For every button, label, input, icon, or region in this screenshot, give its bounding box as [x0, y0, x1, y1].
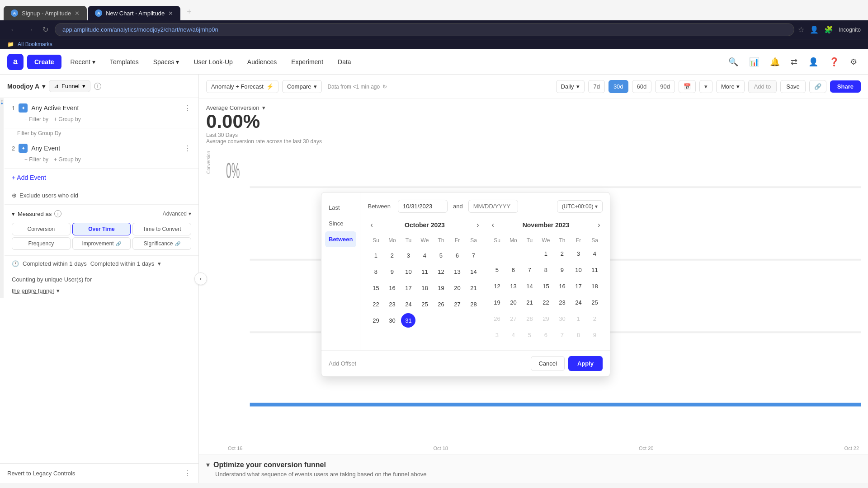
funnel-type-dropdown[interactable] — [57, 287, 60, 294]
event-2-menu[interactable]: ⋮ — [184, 144, 191, 153]
oct-day-cell[interactable]: 6 — [449, 247, 465, 263]
collapse-panel-button[interactable]: ‹ — [194, 272, 207, 285]
new-tab-button[interactable]: + — [181, 4, 197, 20]
oct-day-1[interactable]: 1 — [368, 248, 383, 263]
exclude-users-button[interactable]: ⊕ Exclude users who did — [5, 187, 198, 204]
oct-day-11[interactable]: 11 — [417, 264, 432, 279]
nav-user-lookup[interactable]: User Look-Up — [188, 55, 238, 69]
settings-icon[interactable]: ⚙ — [846, 54, 861, 70]
browser-tab-2[interactable]: A New Chart - Amplitude ✕ — [88, 6, 180, 20]
oct-day-3[interactable]: 3 — [401, 248, 415, 263]
oct-day-cell[interactable]: 12 — [433, 263, 449, 280]
period-60d-button[interactable]: 60d — [632, 80, 652, 93]
extensions-icon[interactable]: 🧩 — [824, 25, 833, 34]
user-settings-icon[interactable]: 👤 — [805, 54, 822, 70]
oct-day-cell[interactable]: 25 — [416, 296, 433, 312]
amplitude-logo[interactable]: a — [7, 54, 24, 70]
period-30d-button[interactable]: 30d — [609, 80, 628, 93]
date-start-input[interactable] — [398, 200, 448, 213]
legacy-menu-icon[interactable]: ⋮ — [184, 469, 191, 478]
oct-day-24[interactable]: 24 — [401, 297, 415, 311]
oct-day-cell[interactable]: 17 — [400, 280, 416, 296]
nov-day-21[interactable]: 21 — [522, 295, 537, 310]
oct-day-cell[interactable]: 13 — [449, 263, 465, 280]
oct-day-23[interactable]: 23 — [385, 297, 399, 311]
period-7d-button[interactable]: 7d — [588, 80, 604, 93]
nav-experiment[interactable]: Experiment — [286, 55, 329, 69]
notifications-icon[interactable]: 🔔 — [766, 54, 783, 70]
nov-day-1[interactable]: 1 — [538, 246, 553, 261]
help-icon[interactable]: ❓ — [826, 54, 843, 70]
oct-day-8[interactable]: 8 — [368, 264, 383, 279]
event-2-filter-by[interactable]: + Filter by — [24, 156, 48, 163]
oct-day-12[interactable]: 12 — [434, 264, 448, 279]
forward-button[interactable]: → — [24, 24, 36, 36]
nav-audiences[interactable]: Audiences — [242, 55, 282, 69]
nov-day-25[interactable]: 25 — [587, 295, 602, 310]
october-next-button[interactable]: › — [474, 220, 481, 230]
oct-day-cell[interactable]: 3 — [400, 247, 416, 263]
oct-day-cell[interactable]: 24 — [400, 296, 416, 312]
nov-day-20[interactable]: 20 — [506, 295, 520, 310]
address-bar[interactable]: app.amplitude.com/analytics/moodjoy2/cha… — [55, 23, 794, 36]
date-end-input[interactable] — [468, 200, 518, 213]
oct-day-18[interactable]: 18 — [417, 281, 432, 295]
back-button[interactable]: ← — [7, 24, 20, 36]
completed-within-label[interactable]: Completed within 1 days — [23, 260, 87, 267]
measure-tab-significance[interactable]: Significance 🔗 — [132, 237, 191, 250]
create-button[interactable]: Create — [27, 55, 61, 69]
oct-day-cell[interactable]: 26 — [433, 296, 449, 312]
oct-day-cell[interactable]: 7 — [465, 247, 481, 263]
chart-info-icon[interactable]: i — [94, 83, 101, 90]
oct-day-21[interactable]: 21 — [466, 281, 481, 295]
event-1-menu[interactable]: ⋮ — [184, 104, 191, 113]
oct-day-6[interactable]: 6 — [450, 248, 464, 263]
nov-day-3[interactable]: 3 — [571, 246, 585, 261]
oct-day-cell[interactable]: 23 — [384, 296, 400, 312]
nov-day-12[interactable]: 12 — [490, 279, 504, 293]
profile-icon[interactable]: 👤 — [810, 25, 819, 34]
advanced-button[interactable]: Advanced — [163, 211, 191, 217]
oct-day-7[interactable]: 7 — [466, 248, 481, 263]
nov-day-24[interactable]: 24 — [571, 295, 585, 310]
oct-day-13[interactable]: 13 — [450, 264, 464, 279]
november-next-button[interactable]: › — [595, 220, 603, 230]
oct-day-5[interactable]: 5 — [434, 248, 448, 263]
oct-day-cell[interactable]: 19 — [433, 280, 449, 296]
oct-day-29[interactable]: 29 — [368, 313, 383, 328]
oct-day-cell[interactable]: 9 — [384, 263, 400, 280]
nov-day-11[interactable]: 11 — [587, 263, 602, 277]
activity-icon[interactable]: 📊 — [745, 54, 763, 70]
nov-day-10[interactable]: 10 — [571, 263, 585, 277]
nov-day-6[interactable]: 6 — [506, 263, 520, 277]
nov-day-9[interactable]: 9 — [555, 263, 569, 277]
refresh-icon[interactable]: ↻ — [382, 84, 387, 90]
oct-day-cell[interactable]: 28 — [465, 296, 481, 312]
oct-day-cell[interactable]: 18 — [416, 280, 433, 296]
measure-tab-conversion[interactable]: Conversion — [12, 223, 71, 235]
nov-day-19[interactable]: 19 — [490, 295, 504, 310]
funnel-type-label[interactable]: the entire funnel — [12, 287, 54, 294]
add-offset-button[interactable]: Add Offset — [329, 360, 356, 367]
oct-day-25[interactable]: 25 — [417, 297, 432, 311]
save-button[interactable]: Save — [780, 80, 806, 93]
oct-day-2[interactable]: 2 — [385, 248, 399, 263]
oct-day-cell[interactable]: 11 — [416, 263, 433, 280]
event-1-filter-by[interactable]: + Filter by — [24, 116, 48, 122]
conversion-label[interactable]: Average Conversion — [206, 104, 861, 111]
nov-day-8[interactable]: 8 — [538, 263, 553, 277]
oct-day-28[interactable]: 28 — [466, 297, 481, 311]
share-button[interactable]: Share — [830, 80, 861, 93]
preset-since[interactable]: Since — [321, 216, 360, 231]
calendar-button[interactable]: 📅 — [679, 80, 696, 93]
nav-recent[interactable]: Recent — [65, 55, 101, 69]
preset-between[interactable]: Between — [325, 231, 356, 247]
search-icon[interactable]: 🔍 — [725, 54, 742, 70]
measure-tab-improvement[interactable]: Improvement 🔗 — [72, 237, 131, 250]
november-prev-button[interactable]: ‹ — [489, 220, 496, 230]
oct-day-cell[interactable]: 21 — [465, 280, 481, 296]
oct-day-cell[interactable]: 2 — [384, 247, 400, 263]
cancel-button[interactable]: Cancel — [531, 356, 564, 371]
anomaly-forecast-button[interactable]: Anomaly + Forecast ⚡ — [206, 80, 278, 93]
period-90d-button[interactable]: 90d — [655, 80, 675, 93]
